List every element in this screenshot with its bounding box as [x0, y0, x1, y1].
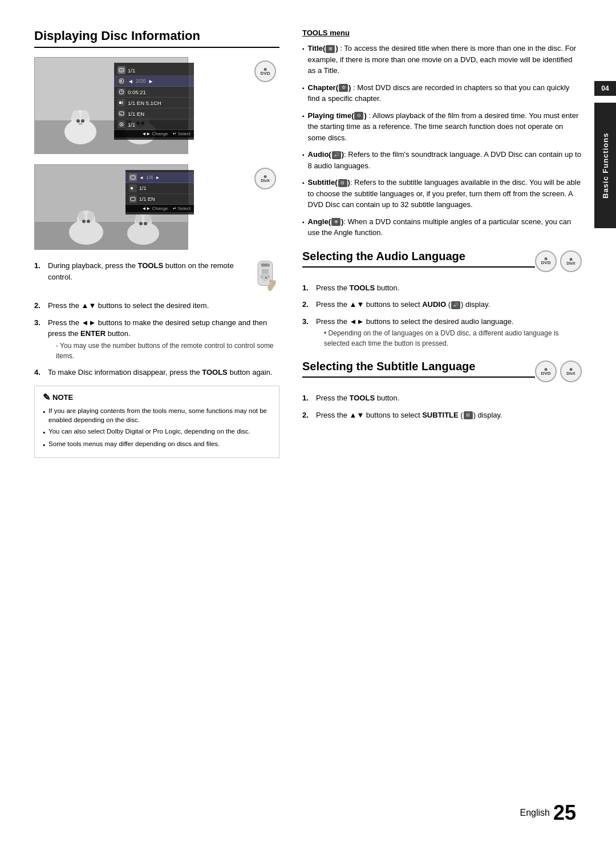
note-bullet-1: ▪: [43, 407, 45, 424]
svg-rect-43: [131, 197, 135, 201]
svg-text:▲: ▲: [264, 276, 268, 279]
svg-point-51: [267, 276, 270, 278]
audio-step-3-sub: • Depending on the of languages on a DVD…: [316, 328, 582, 349]
screen2-row-title: ◄ 1/6 ►: [125, 172, 194, 183]
bullet-marker-1: ▪: [302, 44, 305, 76]
subtitle-icon: [117, 110, 125, 118]
tools-menu-label: TOOLS menu: [302, 29, 582, 37]
subtitle-step-2-content: Press the ▲▼ buttons to select SUBTITLE …: [316, 410, 582, 421]
audio-step-3-num: 3.: [302, 316, 311, 349]
subtitle-divx-badge: ⊕ DivX: [560, 361, 582, 382]
svg-point-34: [87, 220, 90, 223]
remote-control-img: TOOLS ▲: [251, 260, 279, 294]
audio-divx-badge: ⊕ DivX: [560, 250, 582, 272]
angle-value: 1/1: [128, 122, 191, 128]
svg-point-33: [82, 220, 86, 223]
bullet-marker-2: ▪: [302, 84, 305, 104]
subtitle-step-2-num: 2.: [302, 410, 311, 421]
selecting-subtitle-section: Selecting the Subtitle Language ⊕ DVD ⊕ …: [302, 360, 582, 420]
bullet-content-2: Chapter(⚙) : Most DVD discs are recorded…: [308, 82, 582, 104]
title-sm-icon: ⊞: [326, 45, 335, 53]
time-sm-icon: ⊙: [354, 112, 363, 120]
note-box: ✎ NOTE ▪ If you are playing contents fro…: [34, 386, 279, 458]
step-1: 1. TOOLS ▲: [34, 260, 279, 294]
svg-rect-41: [131, 176, 135, 179]
screen1-bottom-bar: ◄► Change ↵ Select: [114, 130, 194, 137]
svg-rect-22: [119, 102, 121, 104]
screen1-row-time: 0:05:21: [114, 87, 194, 98]
subtitle-step-badge: ⊟: [464, 411, 473, 419]
dvd-badge-circle: ⊕ DVD: [254, 60, 276, 82]
footer-lang: English: [520, 808, 549, 818]
subtitle-dvd-badge: ⊕ DVD: [535, 361, 557, 382]
audio-step-1-num: 1.: [302, 282, 311, 294]
audio-step-3: 3. Press the ◄► buttons to select the de…: [302, 316, 582, 349]
step-2-content: Press the ▲▼ buttons to select the desir…: [48, 300, 279, 311]
main-content: Displaying Disc Information ⊕ DVD: [0, 0, 616, 481]
audio-step-2: 2. Press the ▲▼ buttons to select AUDIO …: [302, 299, 582, 310]
bullet-marker-4: ▪: [302, 151, 305, 171]
audio-badges-row: ⊕ DVD ⊕ DivX: [535, 250, 582, 272]
page-title: Displaying Disc Information: [34, 29, 279, 48]
subtitle-value: 1/1 EN: [128, 111, 191, 117]
bullet-content-5: Subtitle(⊟): Refers to the subtitle lang…: [308, 177, 582, 211]
divx-badge-circle: ⊕ DivX: [254, 168, 276, 189]
audio-step-2-num: 2.: [302, 299, 311, 310]
svg-rect-42: [131, 187, 133, 189]
screen1-row-title: 1/1: [114, 65, 194, 76]
divx-screen-container: ⊕ DivX: [34, 164, 279, 250]
subtitle-step-1: 1. Press the TOOLS button.: [302, 392, 582, 404]
footer-page-num: 25: [553, 801, 576, 825]
note-item-2: ▪ You can also select Dolby Digital or P…: [43, 427, 271, 437]
bullet-content-6: Angle(⊕): When a DVD contains multiple a…: [308, 216, 582, 238]
audio-step-3-content: Press the ◄► buttons to select the desir…: [316, 316, 582, 349]
selecting-audio-section: Selecting the Audio Language ⊕ DVD ⊕ Div…: [302, 250, 582, 349]
screen1-row-subtitle: 1/1 EN: [114, 108, 194, 119]
audio-sm-icon: 🔊: [332, 151, 341, 159]
tools-bullet-list: ▪ Title(⊞) : To access the desired title…: [302, 43, 582, 238]
svg-point-50: [260, 276, 263, 278]
screen2-title-nav: ◄ 1/6 ►: [139, 175, 160, 180]
selecting-audio-title: Selecting the Audio Language: [302, 250, 535, 268]
dvd-screen-container: ⊕ DVD: [34, 57, 279, 154]
bullet-playing-time: ▪ Playing time(⊙) : Allows playback of t…: [302, 110, 582, 144]
note-item-3: ▪ Some tools menus may differ depending …: [43, 439, 271, 450]
bullet-angle: ▪ Angle(⊕): When a DVD contains multiple…: [302, 216, 582, 238]
bullet-marker-6: ▪: [302, 218, 305, 238]
step-3-num: 3.: [34, 317, 43, 361]
screen2-audio-icon: [129, 184, 137, 192]
step-3: 3. Press the ◄► buttons to make the desi…: [34, 317, 279, 361]
screen1-row-audio: 1/1 EN 5.1CH: [114, 98, 194, 108]
right-column: TOOLS menu ▪ Title(⊞) : To access the de…: [297, 29, 582, 458]
note-title: ✎ NOTE: [43, 392, 271, 403]
chapter-icon: [117, 77, 125, 85]
subtitle-step-1-num: 1.: [302, 392, 311, 404]
note-bullet-3: ▪: [43, 440, 45, 450]
audio-step-badge: 🔊: [451, 301, 460, 309]
angle-icon: [117, 120, 125, 128]
steps-list: 1. TOOLS ▲: [34, 260, 279, 378]
step-2-num: 2.: [34, 300, 43, 311]
svg-rect-23: [119, 112, 124, 115]
bullet-title: ▪ Title(⊞) : To access the desired title…: [302, 43, 582, 76]
audio-icon: [117, 99, 125, 107]
screen2-subtitle-icon: [129, 195, 137, 203]
chapter-label: Basic Functions: [601, 132, 610, 198]
step-1-content: TOOLS ▲ During pl: [48, 260, 279, 294]
screen2-title-icon: [129, 173, 137, 181]
svg-point-26: [121, 124, 122, 125]
bullet-content-1: Title(⊞) : To access the desired title w…: [308, 43, 582, 76]
dvd-badge: ⊕ DVD: [254, 60, 276, 82]
screen1-info-panel: 1/1 ◄ 2/20 ►: [114, 63, 194, 140]
step-4-num: 4.: [34, 367, 43, 378]
audio-step-1: 1. Press the TOOLS button.: [302, 282, 582, 294]
step-1-num: 1.: [34, 260, 43, 294]
audio-steps: 1. Press the TOOLS button. 2. Press the …: [302, 282, 582, 349]
subtitle-step-2: 2. Press the ▲▼ buttons to select SUBTIT…: [302, 410, 582, 421]
step-4: 4. To make Disc information disappear, p…: [34, 367, 279, 378]
subtitle-sm-icon: ⊟: [338, 179, 347, 187]
audio-step-1-content: Press the TOOLS button.: [316, 282, 582, 294]
time-icon: [117, 88, 125, 96]
svg-point-6: [76, 119, 80, 123]
left-column: Displaying Disc Information ⊕ DVD: [34, 29, 279, 458]
